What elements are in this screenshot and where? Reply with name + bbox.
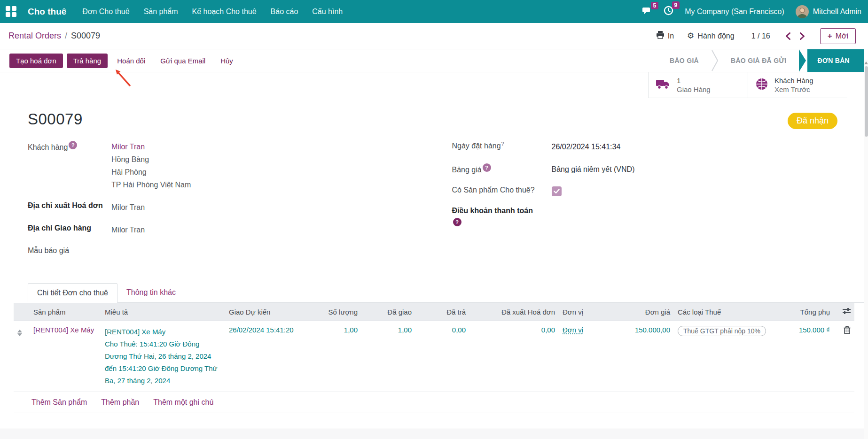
smart-buttons-row: 1 Giao Hàng Khách Hàng Xem Trước [0, 72, 868, 98]
cell-description[interactable]: [RENT004] Xe Máy Cho Thuê: 15:41:20 Giờ … [101, 321, 225, 392]
tab-order-details[interactable]: Chi tiết Đơn cho thuê [28, 283, 117, 303]
nav-item-rental-orders[interactable]: Đơn Cho thuê [82, 8, 129, 16]
header-taxes[interactable]: Các loại Thuế [674, 303, 763, 321]
customer-country: TP Hải Phòng Việt Nam [111, 181, 191, 189]
header-quantity[interactable]: Số lượng [310, 303, 361, 321]
add-product-link[interactable]: Thêm Sản phẩm [31, 398, 87, 407]
rental-product-label: Có Sản phẩm Cho thuê? [452, 185, 552, 194]
pricelist-value[interactable]: Bảng giá niêm yết (VND) [552, 163, 635, 176]
header-returned[interactable]: Đã trả [415, 303, 469, 321]
user-menu[interactable]: Mitchell Admin [796, 5, 861, 18]
form-grid: Khách hàng? Milor Tran Hồng Bàng Hải Phò… [28, 140, 854, 265]
send-email-button[interactable]: Gửi qua Email [155, 54, 211, 68]
nav-right: 5 9 My Company (San Francisco) Mitchell … [642, 5, 861, 18]
cell-scheduled-date[interactable]: 26/02/2024 15:41:20 [225, 321, 310, 392]
add-note-link[interactable]: Thêm một ghi chú [153, 398, 213, 407]
nav-item-configuration[interactable]: Cấu hình [312, 8, 343, 16]
nav-menu: Đơn Cho thuê Sản phẩm Kế hoạch Cho thuê … [82, 8, 343, 16]
cell-returned[interactable]: 0,00 [415, 321, 469, 392]
return-button[interactable]: Trả hàng [67, 54, 108, 68]
status-badge: Đã nhận [788, 113, 837, 129]
check-icon [554, 189, 560, 194]
customer-name-link[interactable]: Milor Tran [111, 143, 145, 151]
uom-select[interactable]: Đơn vị [563, 326, 583, 334]
field-invoice-address: Địa chỉ xuất Hoá đơn Milor Tran [28, 201, 430, 214]
vertical-scrollbar[interactable] [864, 60, 868, 439]
rental-product-checkbox[interactable] [552, 186, 562, 196]
company-switcher[interactable]: My Company (San Francisco) [685, 8, 784, 16]
cell-invoiced[interactable]: 0,00 [469, 321, 559, 392]
activities-button[interactable]: 9 [664, 6, 673, 17]
next-page-icon[interactable] [800, 32, 805, 40]
nav-item-products[interactable]: Sản phẩm [144, 8, 178, 16]
cancel-button[interactable]: Hủy [215, 54, 239, 68]
scrollbar-thumb[interactable] [865, 66, 868, 137]
cell-taxes: Thuế GTGT phải nộp 10% [674, 321, 763, 392]
help-superscript: ? [501, 141, 504, 146]
header-invoiced[interactable]: Đã xuất Hoá đơn [469, 303, 559, 321]
cell-quantity[interactable]: 1,00 [310, 321, 361, 392]
new-record-button[interactable]: + Mới [820, 28, 856, 44]
top-nav: Cho thuê Đơn Cho thuê Sản phẩm Kế hoạch … [0, 0, 868, 23]
header-product[interactable]: Sản phẩm [30, 303, 101, 321]
action-menu-button[interactable]: ⚙ Hành động [687, 31, 735, 41]
statusbar: Tạo hoá đơn Trả hàng Hoán đổi Gửi qua Em… [0, 49, 868, 72]
delete-row-icon[interactable] [844, 326, 851, 335]
header-delivered[interactable]: Đã giao [361, 303, 415, 321]
globe-icon [756, 78, 768, 92]
header-description[interactable]: Miêu tả [101, 303, 225, 321]
print-button[interactable]: In [656, 31, 674, 41]
header-uom[interactable]: Đơn vị [559, 303, 603, 321]
invoice-address-label: Địa chỉ xuất Hoá đơn [28, 201, 111, 210]
screen: Cho thuê Đơn Cho thuê Sản phẩm Kế hoạch … [0, 0, 868, 439]
tab-other-info[interactable]: Thông tin khác [117, 283, 185, 303]
cell-unit-price[interactable]: 150.000,00 [603, 321, 674, 392]
nav-item-rental-schedule[interactable]: Kế hoạch Cho thuê [192, 8, 257, 16]
customer-preview-line2: Xem Trước [774, 85, 813, 94]
customer-value: Milor Tran Hồng Bàng Hải Phòng TP Hải Ph… [111, 140, 191, 191]
field-order-date: Ngày đặt hàng? 26/02/2024 15:41:34 [452, 140, 855, 153]
field-quotation-template: Mẫu báo giá [28, 246, 430, 255]
nav-left: Cho thuê Đơn Cho thuê Sản phẩm Kế hoạch … [6, 6, 343, 17]
delivery-address-value[interactable]: Milor Tran [111, 223, 145, 236]
messages-button[interactable]: 5 [642, 6, 652, 17]
prev-page-icon[interactable] [785, 32, 790, 40]
payment-terms-block: Điều khoản thanh toán ? [452, 206, 533, 226]
cell-delivered[interactable]: 1,00 [361, 321, 415, 392]
apps-grid-icon[interactable] [6, 6, 16, 17]
help-icon[interactable]: ? [483, 163, 491, 172]
title-row: S00079 Đã nhận [28, 110, 852, 129]
header-scheduled[interactable]: Giao Dự kiến [225, 303, 310, 321]
header-optional-columns [834, 303, 854, 321]
gear-icon: ⚙ [687, 31, 694, 41]
drag-handle-icon[interactable] [17, 327, 22, 336]
customer-preview-smart-button[interactable]: Khách Hàng Xem Trước [748, 72, 847, 98]
add-section-link[interactable]: Thêm phần [101, 398, 139, 407]
scrollbar-up-arrow-icon[interactable] [864, 62, 868, 64]
nav-item-reporting[interactable]: Báo cáo [271, 8, 298, 16]
app-name[interactable]: Cho thuê [28, 7, 66, 17]
new-label: Mới [836, 32, 848, 40]
stage-sales-order[interactable]: ĐƠN BÁN [799, 49, 864, 72]
help-icon[interactable]: ? [453, 218, 461, 226]
customer-label: Khách hàng? [28, 140, 111, 152]
header-unit-price[interactable]: Đơn giá [603, 303, 674, 321]
product-link[interactable]: [RENT004] Xe Máy [33, 326, 97, 334]
header-subtotal[interactable]: Tổng phụ [763, 303, 834, 321]
breadcrumb-parent[interactable]: Rental Orders [8, 31, 61, 41]
invoice-address-value[interactable]: Milor Tran [111, 201, 145, 214]
page-title: S00079 [28, 110, 83, 128]
field-payment-terms: Điều khoản thanh toán ? [452, 206, 855, 226]
create-invoice-button[interactable]: Tạo hoá đơn [9, 54, 63, 68]
messages-count-badge: 5 [651, 2, 659, 9]
stage-quotation-sent[interactable]: BÁO GIÁ ĐÃ GỬI [719, 49, 798, 72]
help-icon[interactable]: ? [69, 141, 77, 149]
tax-tag[interactable]: Thuế GTGT phải nộp 10% [678, 326, 766, 336]
order-date-value[interactable]: 26/02/2024 15:41:34 [552, 140, 621, 153]
optional-columns-icon[interactable] [843, 308, 851, 316]
delivery-smart-button[interactable]: 1 Giao Hàng [648, 72, 748, 98]
stage-quotation[interactable]: BÁO GIÁ [657, 49, 711, 72]
customer-preview-line1: Khách Hàng [774, 76, 813, 85]
delivery-label: Giao Hàng [677, 85, 711, 94]
swap-button[interactable]: Hoán đổi [111, 54, 151, 68]
